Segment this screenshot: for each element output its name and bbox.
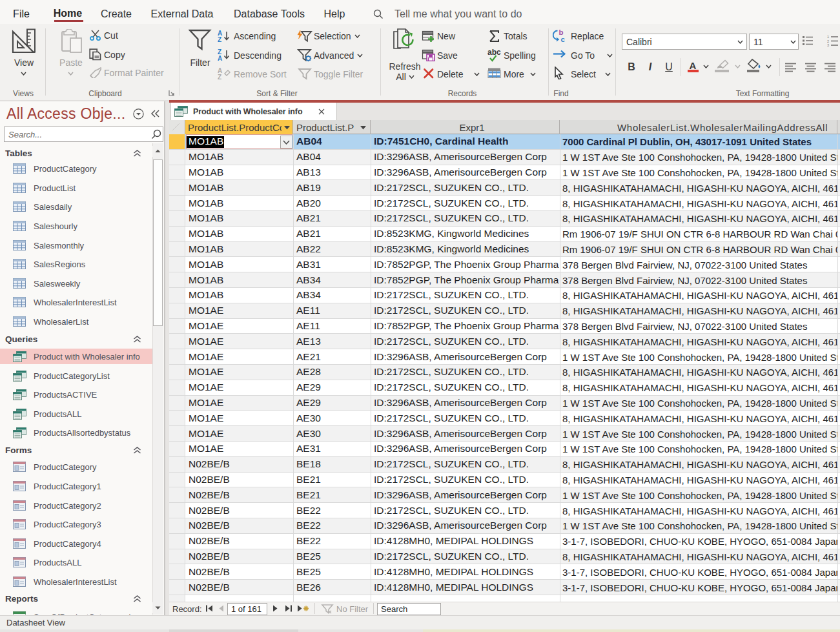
- svg-text:Z: Z: [218, 74, 221, 80]
- svg-text:2: 2: [827, 39, 829, 43]
- svg-text:1: 1: [827, 35, 829, 39]
- svg-text:abc: abc: [487, 48, 501, 57]
- svg-text:3: 3: [827, 43, 829, 46]
- svg-text:c: c: [561, 36, 566, 43]
- svg-text:A: A: [218, 55, 222, 61]
- svg-text:Z: Z: [218, 36, 221, 43]
